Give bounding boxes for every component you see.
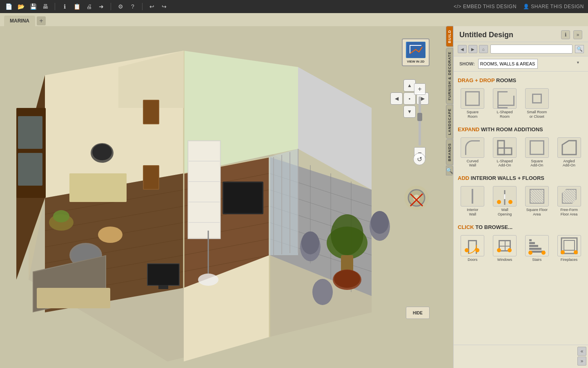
- stairs-label: Stairs: [532, 258, 541, 262]
- browse-rest: TO BROWSE...: [475, 224, 512, 230]
- toolbar-settings[interactable]: ⚙: [116, 2, 125, 11]
- show-select[interactable]: ROOMS, WALLS & AREAS FURNITURE ALL: [478, 59, 538, 69]
- tab-add[interactable]: +: [37, 16, 46, 25]
- wall-opening-shape: [497, 188, 512, 204]
- section-interior-header: ADD INTERIOR WALLS + FLOORS: [458, 175, 584, 181]
- interior-wall-item[interactable]: InteriorWall: [458, 184, 488, 218]
- toolbar-list[interactable]: 📋: [72, 2, 81, 11]
- svg-point-67: [331, 214, 363, 255]
- side-tab-search[interactable]: 🔍: [446, 166, 453, 175]
- stairs-circle-right: [541, 251, 546, 255]
- stairs-item[interactable]: Stairs: [522, 233, 552, 263]
- wo-circle2: [508, 200, 512, 204]
- zoom-in-button[interactable]: +: [414, 83, 425, 95]
- search-home-button[interactable]: ⌂: [479, 45, 488, 53]
- freeform-floor-shape: [562, 189, 577, 204]
- svg-point-63: [92, 144, 112, 160]
- search-go-button[interactable]: 🔍: [575, 45, 584, 53]
- placeholder1: [554, 87, 584, 121]
- fireplace-shape: [561, 237, 578, 254]
- fireplaces-item[interactable]: Fireplaces: [554, 233, 584, 263]
- toolbar-save[interactable]: 💾: [29, 2, 38, 11]
- search-forward-button[interactable]: ▶: [468, 45, 477, 53]
- side-tab-brands[interactable]: BRANDS: [446, 139, 453, 165]
- window-circle-left: [497, 248, 501, 252]
- section-expand-header: EXPAND WITH ROOM ADDITIONS: [458, 126, 584, 132]
- square-addon-label: SquareAdd-On: [530, 159, 543, 168]
- section-browse-header: CLICK TO BROWSE...: [458, 224, 584, 230]
- share-label: SHARE THIS DESIGN: [531, 4, 584, 9]
- square-addon-item[interactable]: SquareAdd-On: [522, 136, 552, 170]
- svg-rect-44: [144, 166, 158, 189]
- share-icon: 👤: [523, 4, 530, 9]
- search-input[interactable]: [492, 47, 570, 52]
- panel-collapse-top[interactable]: «: [577, 347, 586, 356]
- interior-grid: InteriorWall WallOpening: [458, 184, 584, 218]
- browse-highlight: CLICK: [458, 224, 474, 230]
- stairs-icon-box: [525, 235, 549, 256]
- l-shaped-addon-shape: [497, 140, 512, 155]
- windows-item[interactable]: Windows: [490, 233, 520, 263]
- square-addon-icon-box: [525, 137, 549, 158]
- side-tab-build[interactable]: BUILD: [446, 26, 453, 47]
- toolbar-new[interactable]: 📄: [4, 2, 13, 11]
- svg-rect-60: [37, 288, 110, 308]
- svg-rect-99: [564, 240, 575, 250]
- toolbar-help[interactable]: ?: [128, 2, 137, 11]
- drag-drop-grid: SquareRoom L-ShapedRoom Small Roomor Clo…: [458, 87, 584, 121]
- toolbar-print[interactable]: 🖶: [41, 2, 50, 11]
- freeform-floor-item[interactable]: Free-FormFloor Area: [554, 184, 584, 218]
- stairs-circle-left: [528, 251, 532, 255]
- square-room-label: SquareRoom: [467, 110, 479, 119]
- panel-collapse-button[interactable]: »: [573, 30, 582, 39]
- square-room-item[interactable]: SquareRoom: [458, 87, 488, 121]
- l-shaped-addon-item[interactable]: L-ShapedAdd-On: [490, 136, 520, 170]
- toolbar-undo[interactable]: ↩: [147, 2, 156, 11]
- svg-rect-61: [69, 173, 127, 202]
- toolbar-redo[interactable]: ↪: [160, 2, 169, 11]
- interior-wall-shape: [472, 189, 473, 204]
- svg-rect-42: [144, 101, 158, 123]
- curved-wall-shape: [465, 140, 480, 155]
- side-tab-landscape[interactable]: LANDSCAPE: [446, 105, 453, 139]
- drag-drop-rest: ROOMS: [496, 77, 516, 83]
- panel-collapse-bottom[interactable]: »: [577, 357, 586, 366]
- show-select-wrap: ROOMS, WALLS & AREAS FURNITURE ALL: [478, 59, 582, 69]
- toolbar-info[interactable]: ℹ: [60, 2, 69, 11]
- toolbar-print2[interactable]: 🖨: [85, 2, 94, 11]
- wall-opening-item[interactable]: WallOpening: [490, 184, 520, 218]
- interior-wall-label: InteriorWall: [467, 208, 478, 217]
- side-tab-furnish[interactable]: FURNISH & DECORATE: [446, 48, 453, 104]
- l-shaped-addon-label: L-ShapedAdd-On: [497, 159, 513, 168]
- l-shaped-room-label: L-ShapedRoom: [497, 110, 513, 119]
- l-shaped-room-icon-box: [493, 88, 517, 109]
- square-floor-label: Square FloorArea: [526, 208, 548, 217]
- l-shaped-room-item[interactable]: L-ShapedRoom: [490, 87, 520, 121]
- embed-button[interactable]: </> EMBED THIS DESIGN: [454, 4, 517, 9]
- rotate-button[interactable]: ↺: [413, 153, 425, 165]
- nav-left[interactable]: ◀: [390, 92, 403, 105]
- hide-button[interactable]: HIDE: [406, 307, 430, 319]
- toolbar: 📄 📂 💾 🖶 ℹ 📋 🖨 ➜ ⚙ ? ↩ ↪ </> EMBED THIS D…: [0, 0, 588, 13]
- stairs-shape: [528, 237, 546, 255]
- tab-marina[interactable]: MARINA: [4, 16, 35, 26]
- doors-item[interactable]: Doors: [458, 233, 488, 263]
- toolbar-export[interactable]: ➜: [97, 2, 106, 11]
- panel-info-button[interactable]: ℹ: [561, 30, 570, 39]
- search-back-button[interactable]: ◀: [458, 45, 467, 53]
- curved-wall-item[interactable]: CurvedWall: [458, 136, 488, 170]
- l-shaped-addon-icon-box: [493, 137, 517, 158]
- square-addon-shape: [530, 140, 544, 155]
- square-floor-item[interactable]: Square FloorArea: [522, 184, 552, 218]
- canvas[interactable]: VIEW IN 2D ▲ ◀ ● ▶ ▼: [0, 26, 453, 368]
- angled-addon-item[interactable]: AngledAdd-On: [554, 136, 584, 170]
- door-shape: [465, 238, 480, 254]
- svg-rect-96: [529, 242, 535, 244]
- svg-marker-92: [562, 141, 576, 155]
- share-button[interactable]: 👤 SHARE THIS DESIGN: [523, 4, 584, 9]
- small-room-item[interactable]: Small Roomor Closet: [522, 87, 552, 121]
- svg-rect-94: [529, 248, 541, 250]
- toolbar-open[interactable]: 📂: [16, 2, 25, 11]
- zoom-thumb[interactable]: [417, 113, 422, 121]
- embed-label: EMBED THIS DESIGN: [463, 4, 517, 9]
